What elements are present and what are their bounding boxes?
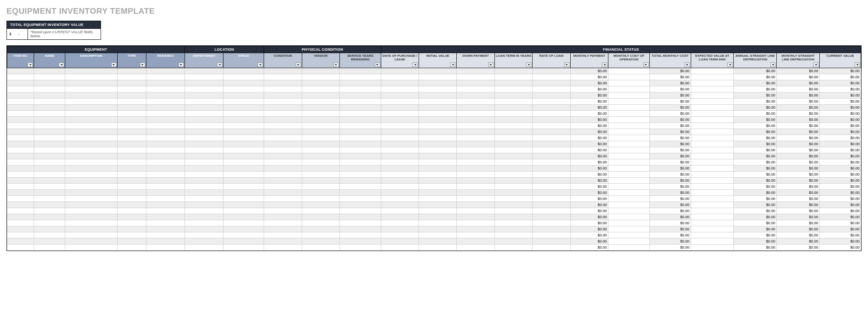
cell-monthly-cost-op[interactable] bbox=[608, 159, 650, 165]
data-cell[interactable] bbox=[302, 208, 339, 214]
data-cell[interactable] bbox=[494, 153, 532, 159]
data-cell[interactable] bbox=[7, 159, 34, 165]
cell-monthly-cost-op[interactable] bbox=[608, 165, 650, 172]
cell-total-monthly-cost[interactable]: $0.00 bbox=[649, 196, 691, 202]
data-cell[interactable] bbox=[117, 172, 146, 178]
data-cell[interactable] bbox=[185, 232, 223, 238]
data-cell[interactable] bbox=[457, 80, 494, 86]
cell-total-monthly-cost[interactable]: $0.00 bbox=[649, 80, 691, 86]
data-cell[interactable] bbox=[419, 141, 457, 147]
cell-expected-value[interactable] bbox=[691, 92, 734, 99]
data-cell[interactable] bbox=[533, 184, 570, 190]
data-cell[interactable] bbox=[302, 214, 339, 220]
data-cell[interactable] bbox=[302, 147, 339, 153]
data-cell[interactable] bbox=[7, 117, 34, 123]
filter-dropdown-icon[interactable] bbox=[413, 62, 418, 67]
cell-expected-value[interactable] bbox=[691, 238, 734, 245]
data-cell[interactable] bbox=[146, 117, 185, 123]
data-cell[interactable] bbox=[34, 196, 65, 202]
data-cell[interactable] bbox=[457, 165, 494, 172]
cell-current-value[interactable]: $0.00 bbox=[820, 147, 861, 153]
cell-monthly-payment[interactable]: $0.00 bbox=[570, 80, 608, 86]
cell-expected-value[interactable] bbox=[691, 159, 734, 165]
cell-monthly-cost-op[interactable] bbox=[608, 172, 650, 178]
data-cell[interactable] bbox=[223, 105, 264, 111]
data-cell[interactable] bbox=[533, 80, 570, 86]
cell-monthly-sl-dep[interactable]: $0.00 bbox=[777, 214, 820, 220]
cell-total-monthly-cost[interactable]: $0.00 bbox=[649, 117, 691, 123]
data-cell[interactable] bbox=[223, 80, 264, 86]
data-cell[interactable] bbox=[494, 214, 532, 220]
data-cell[interactable] bbox=[381, 147, 419, 153]
cell-monthly-payment[interactable]: $0.00 bbox=[570, 105, 608, 111]
data-cell[interactable] bbox=[65, 117, 118, 123]
data-cell[interactable] bbox=[533, 232, 570, 238]
data-cell[interactable] bbox=[7, 178, 34, 184]
data-cell[interactable] bbox=[264, 245, 302, 251]
data-cell[interactable] bbox=[146, 74, 185, 80]
cell-monthly-payment[interactable]: $0.00 bbox=[570, 178, 608, 184]
cell-monthly-cost-op[interactable] bbox=[608, 238, 650, 245]
cell-expected-value[interactable] bbox=[691, 196, 734, 202]
data-cell[interactable] bbox=[302, 105, 339, 111]
data-cell[interactable] bbox=[185, 159, 223, 165]
cell-monthly-sl-dep[interactable]: $0.00 bbox=[777, 208, 820, 214]
data-cell[interactable] bbox=[117, 80, 146, 86]
data-cell[interactable] bbox=[264, 129, 302, 135]
data-cell[interactable] bbox=[457, 105, 494, 111]
data-cell[interactable] bbox=[7, 129, 34, 135]
data-cell[interactable] bbox=[185, 208, 223, 214]
cell-monthly-cost-op[interactable] bbox=[608, 147, 650, 153]
col-vendor[interactable]: VENDOR bbox=[302, 53, 339, 68]
cell-monthly-cost-op[interactable] bbox=[608, 92, 650, 99]
data-cell[interactable] bbox=[7, 208, 34, 214]
data-cell[interactable] bbox=[7, 245, 34, 251]
data-cell[interactable] bbox=[185, 190, 223, 196]
data-cell[interactable] bbox=[339, 123, 381, 129]
data-cell[interactable] bbox=[223, 165, 264, 172]
data-cell[interactable] bbox=[117, 99, 146, 105]
data-cell[interactable] bbox=[34, 147, 65, 153]
data-cell[interactable] bbox=[7, 99, 34, 105]
data-cell[interactable] bbox=[185, 226, 223, 232]
cell-total-monthly-cost[interactable]: $0.00 bbox=[649, 74, 691, 80]
data-cell[interactable] bbox=[381, 74, 419, 80]
cell-annual-sl-dep[interactable]: $0.00 bbox=[734, 226, 777, 232]
data-cell[interactable] bbox=[533, 238, 570, 245]
cell-monthly-cost-op[interactable] bbox=[608, 214, 650, 220]
cell-annual-sl-dep[interactable]: $0.00 bbox=[734, 202, 777, 208]
data-cell[interactable] bbox=[146, 184, 185, 190]
cell-annual-sl-dep[interactable]: $0.00 bbox=[734, 99, 777, 105]
data-cell[interactable] bbox=[34, 105, 65, 111]
data-cell[interactable] bbox=[494, 123, 532, 129]
cell-current-value[interactable]: $0.00 bbox=[820, 190, 861, 196]
col-type[interactable]: TYPE bbox=[117, 53, 146, 68]
data-cell[interactable] bbox=[34, 74, 65, 80]
data-cell[interactable] bbox=[419, 86, 457, 92]
data-cell[interactable] bbox=[457, 202, 494, 208]
cell-expected-value[interactable] bbox=[691, 245, 734, 251]
cell-current-value[interactable]: $0.00 bbox=[820, 86, 861, 92]
data-cell[interactable] bbox=[65, 68, 118, 74]
filter-dropdown-icon[interactable] bbox=[59, 62, 64, 67]
data-cell[interactable] bbox=[533, 153, 570, 159]
data-cell[interactable] bbox=[494, 220, 532, 226]
cell-monthly-sl-dep[interactable]: $0.00 bbox=[777, 196, 820, 202]
data-cell[interactable] bbox=[339, 226, 381, 232]
cell-expected-value[interactable] bbox=[691, 220, 734, 226]
data-cell[interactable] bbox=[339, 208, 381, 214]
cell-expected-value[interactable] bbox=[691, 135, 734, 141]
filter-dropdown-icon[interactable] bbox=[813, 62, 819, 67]
data-cell[interactable] bbox=[146, 202, 185, 208]
data-cell[interactable] bbox=[533, 196, 570, 202]
data-cell[interactable] bbox=[339, 147, 381, 153]
cell-expected-value[interactable] bbox=[691, 172, 734, 178]
cell-expected-value[interactable] bbox=[691, 141, 734, 147]
data-cell[interactable] bbox=[185, 214, 223, 220]
data-cell[interactable] bbox=[381, 92, 419, 99]
data-cell[interactable] bbox=[223, 190, 264, 196]
data-cell[interactable] bbox=[457, 184, 494, 190]
cell-current-value[interactable]: $0.00 bbox=[820, 141, 861, 147]
cell-current-value[interactable]: $0.00 bbox=[820, 111, 861, 117]
cell-current-value[interactable]: $0.00 bbox=[820, 123, 861, 129]
